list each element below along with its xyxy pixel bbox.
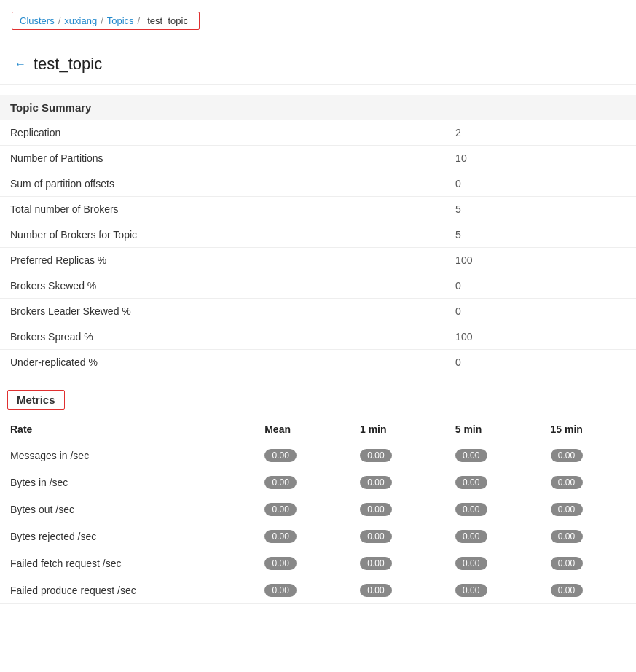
metrics-5min: 0.00: [445, 496, 541, 523]
metrics-1min: 0.00: [350, 442, 445, 469]
badge-15min: 0.00: [551, 476, 583, 489]
col-mean: Mean: [254, 417, 350, 442]
summary-row: Preferred Replicas % 100: [0, 248, 636, 273]
summary-row: Total number of Brokers 5: [0, 197, 636, 222]
metrics-5min: 0.00: [445, 469, 541, 496]
summary-label: Brokers Skewed %: [0, 273, 445, 299]
badge-15min: 0.00: [551, 449, 583, 462]
badge-5min: 0.00: [455, 557, 487, 570]
metrics-1min: 0.00: [350, 469, 445, 496]
summary-value: 0: [445, 273, 636, 299]
summary-row: Number of Brokers for Topic 5: [0, 222, 636, 248]
metrics-header: Metrics: [7, 390, 65, 410]
summary-row: Brokers Leader Skewed % 0: [0, 299, 636, 324]
badge-mean: 0.00: [264, 476, 297, 489]
badge-15min: 0.00: [551, 557, 583, 570]
badge-1min: 0.00: [360, 530, 392, 543]
badge-5min: 0.00: [455, 476, 487, 489]
metrics-5min: 0.00: [445, 577, 541, 604]
metrics-table: Rate Mean 1 min 5 min 15 min Messages in…: [0, 417, 636, 604]
metrics-row: Bytes out /sec 0.00 0.00 0.00 0.00: [0, 496, 636, 523]
breadcrumb-clusters[interactable]: Clusters: [20, 15, 55, 26]
summary-label: Brokers Leader Skewed %: [0, 299, 445, 324]
summary-value: 100: [445, 248, 636, 273]
metrics-1min: 0.00: [350, 523, 445, 550]
summary-table: Replication 2 Number of Partitions 10 Su…: [0, 120, 636, 375]
metrics-15min: 0.00: [541, 469, 636, 496]
metrics-label: Bytes rejected /sec: [0, 523, 254, 550]
summary-value: 0: [445, 171, 636, 197]
metrics-row: Messages in /sec 0.00 0.00 0.00 0.00: [0, 442, 636, 469]
summary-label: Preferred Replicas %: [0, 248, 445, 273]
summary-value: 0: [445, 299, 636, 324]
metrics-15min: 0.00: [541, 523, 636, 550]
summary-label: Brokers Spread %: [0, 324, 445, 350]
summary-value: 5: [445, 222, 636, 248]
badge-1min: 0.00: [360, 449, 392, 462]
badge-1min: 0.00: [360, 503, 392, 516]
col-5min: 5 min: [445, 417, 541, 442]
metrics-5min: 0.00: [445, 523, 541, 550]
metrics-row: Bytes rejected /sec 0.00 0.00 0.00 0.00: [0, 523, 636, 550]
metrics-mean: 0.00: [254, 496, 350, 523]
page-title: test_topic: [34, 55, 102, 74]
metrics-1min: 0.00: [350, 577, 445, 604]
badge-5min: 0.00: [455, 503, 487, 516]
metrics-row: Failed fetch request /sec 0.00 0.00 0.00…: [0, 550, 636, 577]
summary-value: 10: [445, 146, 636, 171]
breadcrumb-topics[interactable]: Topics: [107, 15, 134, 26]
metrics-label: Failed fetch request /sec: [0, 550, 254, 577]
back-arrow[interactable]: ←: [15, 58, 26, 71]
summary-value: 100: [445, 324, 636, 350]
metrics-15min: 0.00: [541, 550, 636, 577]
metrics-15min: 0.00: [541, 496, 636, 523]
metrics-1min: 0.00: [350, 550, 445, 577]
badge-1min: 0.00: [360, 557, 392, 570]
summary-label: Replication: [0, 120, 445, 146]
badge-mean: 0.00: [264, 503, 297, 516]
summary-label: Number of Partitions: [0, 146, 445, 171]
badge-15min: 0.00: [551, 530, 583, 543]
summary-label: Number of Brokers for Topic: [0, 222, 445, 248]
topic-summary-section: Topic Summary Replication 2 Number of Pa…: [0, 95, 636, 375]
badge-mean: 0.00: [264, 557, 297, 570]
metrics-5min: 0.00: [445, 550, 541, 577]
metrics-mean: 0.00: [254, 577, 350, 604]
badge-mean: 0.00: [264, 584, 297, 597]
breadcrumb-current: test_topic: [147, 15, 188, 26]
metrics-5min: 0.00: [445, 442, 541, 469]
metrics-1min: 0.00: [350, 496, 445, 523]
summary-value: 2: [445, 120, 636, 146]
badge-15min: 0.00: [551, 584, 583, 597]
col-rate: Rate: [0, 417, 254, 442]
summary-value: 5: [445, 197, 636, 222]
page-title-bar: ← test_topic: [0, 42, 636, 85]
summary-value: 0: [445, 350, 636, 375]
metrics-15min: 0.00: [541, 577, 636, 604]
summary-row: Sum of partition offsets 0: [0, 171, 636, 197]
metrics-label: Bytes out /sec: [0, 496, 254, 523]
metrics-table-header-row: Rate Mean 1 min 5 min 15 min: [0, 417, 636, 442]
summary-row: Replication 2: [0, 120, 636, 146]
metrics-label: Bytes in /sec: [0, 469, 254, 496]
metrics-mean: 0.00: [254, 550, 350, 577]
metrics-mean: 0.00: [254, 523, 350, 550]
topic-summary-header: Topic Summary: [0, 95, 636, 120]
breadcrumb: Clusters / xuxiang / Topics / test_topic: [12, 12, 200, 30]
summary-label: Under-replicated %: [0, 350, 445, 375]
col-15min: 15 min: [541, 417, 636, 442]
breadcrumb-xuxiang[interactable]: xuxiang: [64, 15, 97, 26]
metrics-15min: 0.00: [541, 442, 636, 469]
badge-1min: 0.00: [360, 476, 392, 489]
summary-row: Number of Partitions 10: [0, 146, 636, 171]
summary-row: Brokers Spread % 100: [0, 324, 636, 350]
metrics-row: Failed produce request /sec 0.00 0.00 0.…: [0, 577, 636, 604]
summary-row: Under-replicated % 0: [0, 350, 636, 375]
badge-5min: 0.00: [455, 449, 487, 462]
metrics-row: Bytes in /sec 0.00 0.00 0.00 0.00: [0, 469, 636, 496]
metrics-mean: 0.00: [254, 469, 350, 496]
col-1min: 1 min: [350, 417, 445, 442]
badge-1min: 0.00: [360, 584, 392, 597]
badge-mean: 0.00: [264, 530, 297, 543]
metrics-label: Failed produce request /sec: [0, 577, 254, 604]
